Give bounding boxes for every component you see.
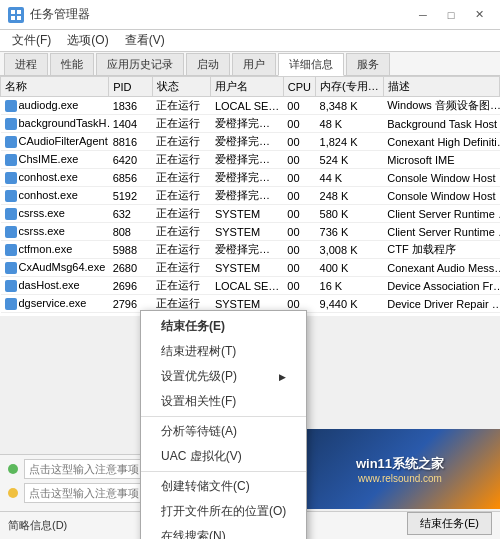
svg-rect-2: [11, 16, 15, 20]
svg-rect-0: [11, 10, 15, 14]
process-icon: [5, 190, 17, 202]
table-row[interactable]: audiodg.exe1836正在运行LOCAL SE…008,348 KWin…: [1, 97, 500, 115]
table-header-row: 名称 PID 状态 用户名 CPU 内存(专用… 描述: [1, 77, 500, 97]
end-task-button[interactable]: 结束任务(E): [407, 512, 492, 535]
tab-进程[interactable]: 进程: [4, 53, 48, 75]
status-dot-green: [8, 464, 18, 474]
process-icon: [5, 244, 17, 256]
process-icon: [5, 262, 17, 274]
minimize-button[interactable]: ─: [410, 5, 436, 25]
table-row[interactable]: conhost.exe6856正在运行爱橙择完…0044 KConsole Wi…: [1, 169, 500, 187]
context-menu-item[interactable]: 结束任务(E): [141, 314, 306, 339]
tab-用户[interactable]: 用户: [232, 53, 276, 75]
header-status[interactable]: 状态: [152, 77, 211, 97]
app-icon: [8, 7, 24, 23]
title-bar-left: 任务管理器: [8, 6, 90, 23]
maximize-button[interactable]: □: [438, 5, 464, 25]
context-menu-item[interactable]: 分析等待链(A): [141, 419, 306, 444]
table-row[interactable]: ctfmon.exe5988正在运行爱橙择完…003,008 KCTF 加载程序: [1, 241, 500, 259]
menu-item[interactable]: 查看(V): [117, 30, 173, 51]
table-row[interactable]: dasHost.exe2696正在运行LOCAL SE…0016 KDevice…: [1, 277, 500, 295]
process-icon: [5, 154, 17, 166]
tab-服务[interactable]: 服务: [346, 53, 390, 75]
close-button[interactable]: ✕: [466, 5, 492, 25]
title-bar: 任务管理器 ─ □ ✕: [0, 0, 500, 30]
process-icon: [5, 172, 17, 184]
context-menu-separator: [141, 416, 306, 417]
window-controls: ─ □ ✕: [410, 5, 492, 25]
header-user[interactable]: 用户名: [211, 77, 283, 97]
process-icon: [5, 100, 17, 112]
tab-应用历史记录[interactable]: 应用历史记录: [96, 53, 184, 75]
process-icon: [5, 136, 17, 148]
context-menu-item[interactable]: 设置相关性(F): [141, 389, 306, 414]
process-table-container[interactable]: 名称 PID 状态 用户名 CPU 内存(专用… 描述 audiodg.exe1…: [0, 76, 500, 316]
submenu-arrow-icon: ▶: [279, 372, 286, 382]
context-menu-item[interactable]: 结束进程树(T): [141, 339, 306, 364]
svg-rect-3: [17, 16, 21, 20]
context-menu-item[interactable]: 打开文件所在的位置(O): [141, 499, 306, 524]
process-icon: [5, 226, 17, 238]
table-row[interactable]: ChsIME.exe6420正在运行爱橙择完…00524 KMicrosoft …: [1, 151, 500, 169]
table-row[interactable]: csrss.exe632正在运行SYSTEM00580 KClient Serv…: [1, 205, 500, 223]
context-menu-item[interactable]: 在线搜索(N): [141, 524, 306, 539]
tab-性能[interactable]: 性能: [50, 53, 94, 75]
watermark: win11系统之家 www.relsound.com: [300, 429, 500, 509]
header-cpu[interactable]: CPU: [283, 77, 315, 97]
header-pid[interactable]: PID: [109, 77, 153, 97]
context-menu-item[interactable]: UAC 虚拟化(V): [141, 444, 306, 469]
watermark-line2: www.relsound.com: [356, 473, 444, 484]
table-row[interactable]: backgroundTaskH…1404正在运行爱橙择完…0048 KBackg…: [1, 115, 500, 133]
process-table: 名称 PID 状态 用户名 CPU 内存(专用… 描述 audiodg.exe1…: [0, 76, 500, 316]
table-row[interactable]: conhost.exe5192正在运行爱橙择完…00248 KConsole W…: [1, 187, 500, 205]
context-menu-item[interactable]: 设置优先级(P)▶: [141, 364, 306, 389]
svg-rect-1: [17, 10, 21, 14]
tabs: 进程性能应用历史记录启动用户详细信息服务: [0, 52, 500, 76]
menu-item[interactable]: 选项(O): [59, 30, 116, 51]
header-desc[interactable]: 描述: [383, 77, 499, 97]
process-icon: [5, 280, 17, 292]
tab-详细信息[interactable]: 详细信息: [278, 53, 344, 76]
header-name[interactable]: 名称: [1, 77, 109, 97]
table-row[interactable]: CxAudMsg64.exe2680正在运行SYSTEM00400 KConex…: [1, 259, 500, 277]
menu-item[interactable]: 文件(F): [4, 30, 59, 51]
context-menu-item[interactable]: 创建转储文件(C): [141, 474, 306, 499]
menu-bar: 文件(F)选项(O)查看(V): [0, 30, 500, 52]
watermark-line1: win11系统之家: [356, 455, 444, 473]
context-menu: 结束任务(E)结束进程树(T)设置优先级(P)▶设置相关性(F)分析等待链(A)…: [140, 310, 307, 539]
context-menu-separator: [141, 471, 306, 472]
process-icon: [5, 208, 17, 220]
header-mem[interactable]: 内存(专用…: [316, 77, 384, 97]
status-dot-yellow: [8, 488, 18, 498]
tab-启动[interactable]: 启动: [186, 53, 230, 75]
process-icon: [5, 298, 17, 310]
window-title: 任务管理器: [30, 6, 90, 23]
table-row[interactable]: CAudioFilterAgent…8816正在运行爱橙择完…001,824 K…: [1, 133, 500, 151]
brief-info-label[interactable]: 简略信息(D): [8, 518, 67, 533]
process-icon: [5, 118, 17, 130]
table-row[interactable]: csrss.exe808正在运行SYSTEM00736 KClient Serv…: [1, 223, 500, 241]
